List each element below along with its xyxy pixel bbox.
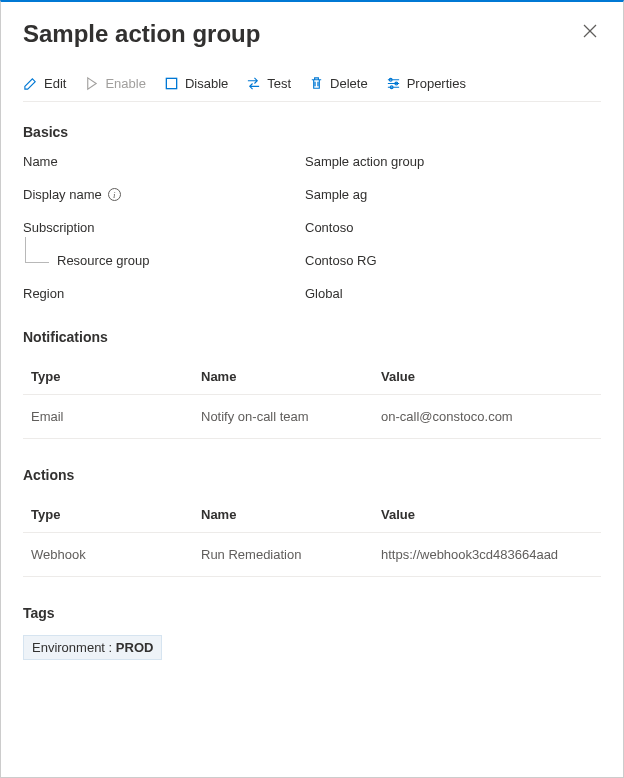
pencil-icon [23,76,38,91]
properties-button[interactable]: Properties [386,76,466,91]
enable-button: Enable [84,76,145,91]
display-name-label: Display name i [23,187,305,202]
resource-group-value: Contoso RG [305,253,377,268]
play-icon [84,76,99,91]
tag-value: PROD [116,640,154,655]
close-icon [583,26,597,41]
toolbar: Edit Enable Disable Test Delete [23,76,601,102]
notifications-heading: Notifications [23,329,601,345]
edit-button[interactable]: Edit [23,76,66,91]
cell-name: Notify on-call team [193,395,373,439]
col-type: Type [23,497,193,533]
disable-label: Disable [185,76,228,91]
delete-button[interactable]: Delete [309,76,368,91]
tags-heading: Tags [23,605,601,621]
tag-key: Environment [32,640,105,655]
enable-label: Enable [105,76,145,91]
info-icon[interactable]: i [108,188,121,201]
disable-button[interactable]: Disable [164,76,228,91]
col-name: Name [193,497,373,533]
test-label: Test [267,76,291,91]
col-value: Value [373,359,601,395]
cell-value: https://webhook3cd483664aad [373,533,601,577]
stop-icon [164,76,179,91]
actions-heading: Actions [23,467,601,483]
col-value: Value [373,497,601,533]
subscription-value: Contoso [305,220,353,235]
col-name: Name [193,359,373,395]
cell-name: Run Remediation [193,533,373,577]
tree-connector-icon [25,237,49,263]
page-title: Sample action group [23,20,260,48]
test-button[interactable]: Test [246,76,291,91]
region-label: Region [23,286,305,301]
basics-heading: Basics [23,124,601,140]
cell-value: on-call@constoco.com [373,395,601,439]
delete-label: Delete [330,76,368,91]
col-type: Type [23,359,193,395]
properties-label: Properties [407,76,466,91]
sliders-icon [386,76,401,91]
resource-group-label: Resource group [23,253,305,268]
subscription-label: Subscription [23,220,305,235]
table-row[interactable]: Email Notify on-call team on-call@consto… [23,395,601,439]
name-label: Name [23,154,305,169]
notifications-table: Type Name Value Email Notify on-call tea… [23,359,601,439]
svg-rect-2 [166,78,176,88]
edit-label: Edit [44,76,66,91]
name-value: Sample action group [305,154,424,169]
region-value: Global [305,286,343,301]
cell-type: Email [23,395,193,439]
actions-table: Type Name Value Webhook Run Remediation … [23,497,601,577]
table-row[interactable]: Webhook Run Remediation https://webhook3… [23,533,601,577]
swap-icon [246,76,261,91]
cell-type: Webhook [23,533,193,577]
display-name-value: Sample ag [305,187,367,202]
tag-chip[interactable]: Environment : PROD [23,635,162,660]
trash-icon [309,76,324,91]
close-button[interactable] [579,20,601,45]
